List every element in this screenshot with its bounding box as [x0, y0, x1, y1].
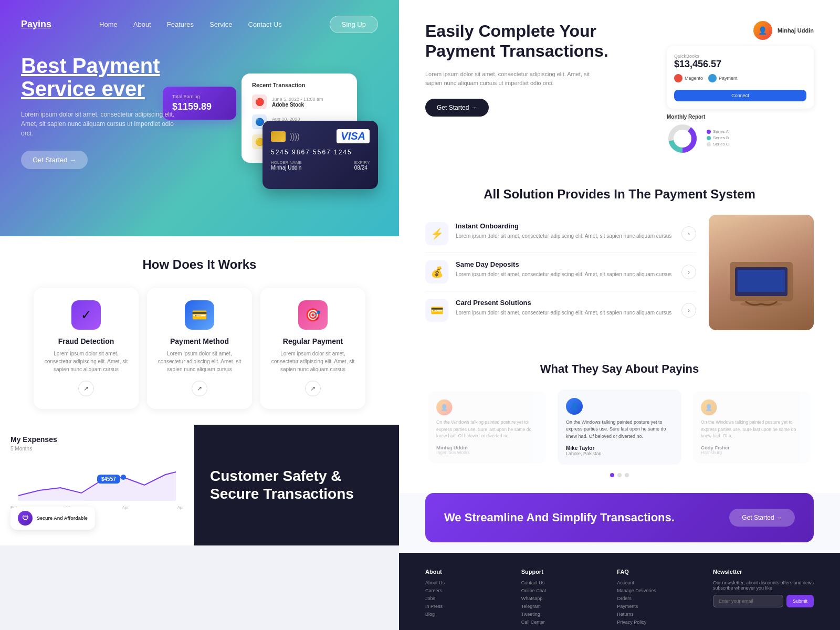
feature-desc-2: Lorem ipsum dolor sit amet, consectetur …: [158, 350, 242, 373]
footer-about-2[interactable]: Careers: [425, 588, 506, 593]
solution-item-1: ⚡ Instant Onboarding Lorem ipsum dolor s…: [425, 215, 696, 253]
footer-faq-5[interactable]: Returns: [617, 612, 697, 617]
newsletter-input[interactable]: [713, 595, 783, 607]
feature-arrow-2[interactable]: ↗: [192, 381, 207, 396]
amount-bubble: $4557: [97, 475, 120, 484]
customer-title: Customer Safety & Secure Transactions: [210, 467, 383, 502]
testimonial-role-0: Ingenious Works: [436, 450, 538, 455]
chart-area: $4557 FebMarAprApr: [10, 459, 184, 511]
balance-amount: $13,456.57: [674, 59, 806, 70]
dot-1[interactable]: [610, 473, 614, 477]
payment-hero-cta[interactable]: Get Started →: [425, 99, 489, 117]
solution-icon-1: ⚡: [425, 222, 448, 245]
monthly-label: Monthly Report: [667, 114, 814, 120]
hero-description: Lorem ipsum dolor sit amet, consectetur …: [21, 110, 178, 138]
solution-content-2: Same Day Deposits Lorem ipsum dolor sit …: [456, 260, 674, 278]
logo: Payins: [21, 19, 51, 30]
feature-name-1: Fraud Detection: [44, 337, 128, 345]
payment-hero: Easily Complete Your Payment Transaction…: [399, 0, 840, 170]
footer-about-title: About: [425, 569, 506, 575]
signup-button[interactable]: Sing Up: [330, 16, 378, 33]
footer-faq-4[interactable]: Payments: [617, 604, 697, 609]
solutions-image: [709, 215, 814, 330]
footer-faq-6[interactable]: Privacy Policy: [617, 620, 697, 625]
magento-badge: Magento: [674, 74, 703, 82]
legend-dot-3: [707, 142, 711, 146]
testimonial-role-2: Harrisburg: [701, 450, 803, 455]
testimonial-author-2: Cody Fisher: [701, 445, 803, 450]
footer-faq-3[interactable]: Orders: [617, 596, 697, 601]
newsletter-desc: Our newsletter, about discounts offers a…: [713, 580, 814, 591]
how-title: How Does It Works: [21, 257, 378, 272]
testimonial-author-1: Mike Taylor: [566, 445, 673, 451]
payment-hero-desc: Lorem ipsum dolor sit amet, consectetur …: [425, 70, 604, 88]
feature-arrow-1[interactable]: ↗: [78, 381, 94, 396]
newsletter-submit[interactable]: Submit: [786, 595, 814, 607]
footer-about-5[interactable]: Blog: [425, 612, 506, 617]
nav-home[interactable]: Home: [99, 20, 118, 28]
footer-support-4[interactable]: Telegram: [521, 604, 602, 609]
navigation: Payins Home About Features Service Conta…: [21, 16, 378, 33]
connect-button[interactable]: Connect: [674, 90, 806, 101]
payment-hero-content: Easily Complete Your Payment Transaction…: [425, 21, 651, 117]
user-avatar: 👤: [753, 21, 772, 40]
solution-arrow-3[interactable]: ›: [681, 303, 696, 318]
legend-1: Series A: [707, 129, 729, 134]
testimonials-section: What They Say About Payins 👤 On the Wind…: [399, 346, 840, 493]
footer-faq-1[interactable]: Account: [617, 580, 697, 585]
hero-cta-button[interactable]: Get Started →: [21, 151, 88, 169]
footer-col-support: Support Contact Us Online Chat Whatsapp …: [521, 569, 602, 627]
solutions-list: ⚡ Instant Onboarding Lorem ipsum dolor s…: [425, 215, 696, 329]
footer-col-newsletter: Newsletter Our newsletter, about discoun…: [713, 569, 814, 627]
payment-method-icon: 💳: [185, 300, 214, 330]
solutions-section: All Solution Provides In The Payment Sys…: [399, 170, 840, 346]
solutions-title: All Solution Provides In The Payment Sys…: [425, 186, 814, 202]
testimonial-text-1: On the Windows talking painted posture y…: [566, 419, 673, 440]
footer-support-1[interactable]: Contact Us: [521, 580, 602, 585]
nav-about[interactable]: About: [133, 20, 151, 28]
avatar-2: 👤: [566, 398, 583, 415]
payment-hero-title: Easily Complete Your Payment Transaction…: [425, 21, 651, 61]
footer-faq-title: FAQ: [617, 569, 697, 575]
payment-badge: Payment: [708, 74, 738, 82]
expenses-title: My Expenses: [10, 435, 184, 444]
footer-about-3[interactable]: Jobs: [425, 596, 506, 601]
solution-arrow-1[interactable]: ›: [681, 226, 696, 241]
chart-legend: Series A Series B Series C: [707, 129, 729, 148]
cta-button[interactable]: Get Started →: [729, 509, 795, 527]
legend-dot-1: [707, 130, 711, 134]
footer-support-2[interactable]: Online Chat: [521, 588, 602, 593]
feature-arrow-3[interactable]: ↗: [305, 381, 321, 396]
secure-badge: 🛡 Secure And Affordable: [10, 507, 95, 530]
testimonial-text-0: On the Windows talking painted posture y…: [436, 419, 538, 439]
legend-text-3: Series C: [713, 142, 729, 146]
solution-title-3: Card Present Solutions: [456, 299, 674, 307]
nav-service[interactable]: Service: [209, 20, 232, 28]
footer-faq-2[interactable]: Manage Deliveries: [617, 588, 697, 593]
avatar-3: 👤: [701, 400, 717, 415]
hand-laptop-svg: [719, 230, 803, 314]
dot-3[interactable]: [625, 473, 629, 477]
footer-support-6[interactable]: Call Center: [521, 620, 602, 625]
hero-content: Best Payment Service ever Lorem ipsum do…: [21, 54, 378, 169]
donut-chart: [667, 123, 698, 154]
shield-icon: 🛡: [18, 511, 33, 526]
expenses-subtitle: 5 Months: [10, 446, 184, 452]
monthly-report: Monthly Report Series A: [667, 114, 814, 154]
footer-about-4[interactable]: In Press: [425, 604, 506, 609]
nav-contact[interactable]: Contact Us: [248, 20, 281, 28]
footer-support-5[interactable]: Tweeting: [521, 612, 602, 617]
footer-col-faq: FAQ Account Manage Deliveries Orders Pay…: [617, 569, 697, 627]
dot-2[interactable]: [617, 473, 622, 477]
solutions-layout: ⚡ Instant Onboarding Lorem ipsum dolor s…: [425, 215, 814, 330]
legend-text-2: Series B: [713, 135, 729, 140]
nav-features[interactable]: Features: [167, 20, 194, 28]
footer-about-1[interactable]: About Us: [425, 580, 506, 585]
balance-card: QuickBooks $13,456.57 Magento Payment Co…: [667, 46, 814, 109]
solution-desc-2: Lorem ipsum dolor sit amet, consectetur …: [456, 270, 674, 278]
avatar-1: 👤: [436, 400, 452, 415]
legend-3: Series C: [707, 142, 729, 146]
solution-arrow-2[interactable]: ›: [681, 265, 696, 279]
svg-point-0: [121, 475, 126, 480]
footer-support-3[interactable]: Whatsapp: [521, 596, 602, 601]
